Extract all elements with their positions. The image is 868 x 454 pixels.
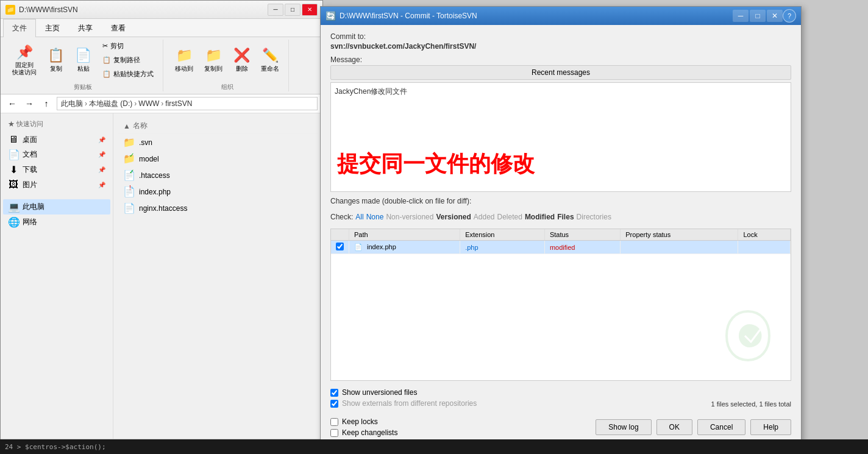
copy-to-label: 复制到 bbox=[204, 65, 222, 73]
copy-to-button[interactable]: 📁 复制到 bbox=[200, 44, 227, 76]
quick-access-title: ★ 快速访问 bbox=[3, 118, 110, 130]
file-name-htaccess: .htaccess bbox=[139, 171, 170, 180]
keep-locks-checkbox[interactable] bbox=[330, 418, 338, 426]
clipboard-small-stack: ✂ 剪切 📋 复制路径 📋 粘贴快捷方式 bbox=[98, 40, 158, 80]
clipboard-group: 📌 固定到快速访问 📋 复制 📄 粘贴 ✂ 剪切 bbox=[5, 40, 163, 91]
file-name-model: model bbox=[139, 155, 159, 163]
copy-path-button[interactable]: 📋 复制路径 bbox=[98, 54, 158, 66]
action-right: Show log OK Cancel Help bbox=[596, 419, 791, 435]
pin-button[interactable]: 📌 固定到快速访问 bbox=[8, 41, 41, 79]
help-button[interactable]: Help bbox=[750, 419, 791, 435]
show-unversioned-label[interactable]: Show unversioned files bbox=[342, 388, 417, 397]
keep-changelists-label[interactable]: Keep changelists bbox=[342, 428, 397, 437]
filter-versioned[interactable]: Versioned bbox=[436, 213, 471, 221]
address-bar: ← → ↑ 此电脑 › 本地磁盘 (D:) › WWW › firstSVN bbox=[1, 94, 322, 113]
filter-directories[interactable]: Directories bbox=[577, 213, 611, 221]
filter-files[interactable]: Files bbox=[557, 213, 574, 221]
terminal-bar: 24 > $centros->$action(); bbox=[0, 439, 868, 454]
col-extension[interactable]: Extension bbox=[460, 229, 545, 241]
delete-button[interactable]: ❌ 删除 bbox=[229, 44, 254, 76]
show-externals-checkbox[interactable] bbox=[330, 400, 338, 408]
paste-shortcut-button[interactable]: 📋 粘贴快捷方式 bbox=[98, 68, 158, 80]
desktop-icon: 🖥 bbox=[8, 134, 19, 145]
sidebar-item-network[interactable]: 🌐 网络 bbox=[3, 215, 110, 230]
keep-changelists-checkbox[interactable] bbox=[330, 429, 338, 437]
forward-button[interactable]: → bbox=[23, 97, 36, 110]
sidebar-label-downloads: 下载 bbox=[23, 165, 37, 175]
show-externals-label[interactable]: Show externals from different repositori… bbox=[342, 399, 477, 408]
filter-none[interactable]: None bbox=[366, 213, 384, 221]
svn-maximize-button[interactable]: □ bbox=[750, 10, 766, 22]
col-status[interactable]: Status bbox=[544, 229, 620, 241]
svn-help-button[interactable]: ? bbox=[783, 9, 796, 23]
network-icon: 🌐 bbox=[8, 216, 19, 228]
delete-icon: ❌ bbox=[233, 48, 250, 63]
rename-label: 重命名 bbox=[261, 65, 279, 73]
close-button[interactable]: ✕ bbox=[302, 4, 318, 16]
tab-view[interactable]: 查看 bbox=[102, 19, 135, 37]
svn-file-table[interactable]: Path Extension Status Property status Lo… bbox=[330, 229, 791, 381]
sidebar-label-computer: 此电脑 bbox=[23, 202, 44, 212]
filter-non-versioned[interactable]: Non-versioned bbox=[386, 213, 433, 221]
copy-button[interactable]: 📋 复制 bbox=[43, 44, 68, 76]
ok-button[interactable]: OK bbox=[656, 419, 692, 435]
cut-icon: ✂ bbox=[102, 42, 108, 50]
pin-indicator: 📌 bbox=[98, 137, 105, 143]
documents-icon: 📄 bbox=[8, 149, 19, 160]
copy-path-icon: 📋 bbox=[102, 56, 111, 64]
table-row[interactable]: 📄 index.php .php modified bbox=[331, 241, 791, 254]
list-item[interactable]: 📄 nginx.htaccess bbox=[118, 200, 318, 216]
explorer-window: 📁 D:\WWW\firstSVN ─ □ ✕ 文件 主页 共享 查看 📌 固定… bbox=[0, 0, 323, 454]
path-value: index.php bbox=[367, 243, 396, 250]
list-item[interactable]: 📁 ✓ model bbox=[118, 151, 318, 167]
show-log-button[interactable]: Show log bbox=[596, 419, 651, 435]
svn-minimize-button[interactable]: ─ bbox=[733, 10, 749, 22]
sidebar-item-pictures[interactable]: 🖼 图片 📌 bbox=[3, 177, 110, 192]
model-folder-icon: 📁 ✓ bbox=[123, 153, 134, 165]
minimize-button[interactable]: ─ bbox=[268, 4, 283, 16]
tab-share[interactable]: 共享 bbox=[69, 19, 102, 37]
list-item[interactable]: 📄 ✓ .htaccess bbox=[118, 167, 318, 183]
col-path[interactable]: Path bbox=[349, 229, 460, 241]
recent-messages-button[interactable]: Recent messages bbox=[330, 65, 791, 80]
sidebar-item-desktop[interactable]: 🖥 桌面 📌 bbox=[3, 132, 110, 147]
row-status: modified bbox=[544, 241, 620, 254]
move-button[interactable]: 📁 移动到 bbox=[171, 44, 197, 76]
message-area: Message: Recent messages JackyChen修改同文件 … bbox=[330, 55, 791, 192]
list-item[interactable]: 📁 .svn bbox=[118, 134, 318, 151]
col-lock[interactable]: Lock bbox=[738, 229, 791, 241]
row-checkbox[interactable] bbox=[336, 243, 344, 250]
watermark bbox=[717, 305, 778, 368]
htaccess-icon: 📄 ✓ bbox=[123, 169, 134, 181]
address-path[interactable]: 此电脑 › 本地磁盘 (D:) › WWW › firstSVN bbox=[57, 97, 318, 110]
sidebar-item-computer[interactable]: 💻 此电脑 bbox=[3, 199, 110, 215]
cut-button[interactable]: ✂ 剪切 bbox=[98, 40, 158, 52]
svn-title-bar: 🔄 D:\WWW\firstSVN - Commit - TortoiseSVN… bbox=[321, 7, 801, 25]
up-button[interactable]: ↑ bbox=[40, 97, 53, 110]
rename-button[interactable]: ✏️ 重命名 bbox=[257, 44, 283, 76]
keep-locks-label[interactable]: Keep locks bbox=[342, 417, 378, 426]
sidebar-item-documents[interactable]: 📄 文档 📌 bbox=[3, 147, 110, 162]
filter-modified[interactable]: Modified bbox=[525, 213, 555, 221]
sidebar-label-desktop: 桌面 bbox=[23, 135, 37, 145]
back-button[interactable]: ← bbox=[5, 97, 19, 110]
pin-indicator2: 📌 bbox=[98, 151, 105, 158]
row-checkbox-cell[interactable] bbox=[331, 241, 349, 254]
filter-all[interactable]: All bbox=[355, 213, 363, 221]
filter-added[interactable]: Added bbox=[474, 213, 495, 221]
show-unversioned-checkbox[interactable] bbox=[330, 389, 338, 397]
explorer-title: D:\WWW\firstSVN bbox=[19, 5, 268, 14]
paste-button[interactable]: 📄 粘贴 bbox=[71, 44, 96, 76]
tab-home[interactable]: 主页 bbox=[36, 19, 69, 37]
tab-file[interactable]: 文件 bbox=[3, 19, 36, 37]
message-content-area[interactable]: JackyChen修改同文件 提交同一文件的修改 bbox=[330, 82, 791, 192]
col-property-status[interactable]: Property status bbox=[621, 229, 738, 241]
filter-deleted[interactable]: Deleted bbox=[497, 213, 522, 221]
cancel-button[interactable]: Cancel bbox=[697, 419, 745, 435]
list-item[interactable]: 📄 ! index.php bbox=[118, 183, 318, 200]
check-label: Check: bbox=[330, 213, 353, 221]
file-list: ▲ 名称 📁 .svn 📁 ✓ model 📄 bbox=[113, 113, 322, 453]
sidebar-item-downloads[interactable]: ⬇ 下载 📌 bbox=[3, 162, 110, 177]
maximize-button[interactable]: □ bbox=[285, 4, 301, 16]
svn-close-button[interactable]: ✕ bbox=[767, 10, 783, 22]
